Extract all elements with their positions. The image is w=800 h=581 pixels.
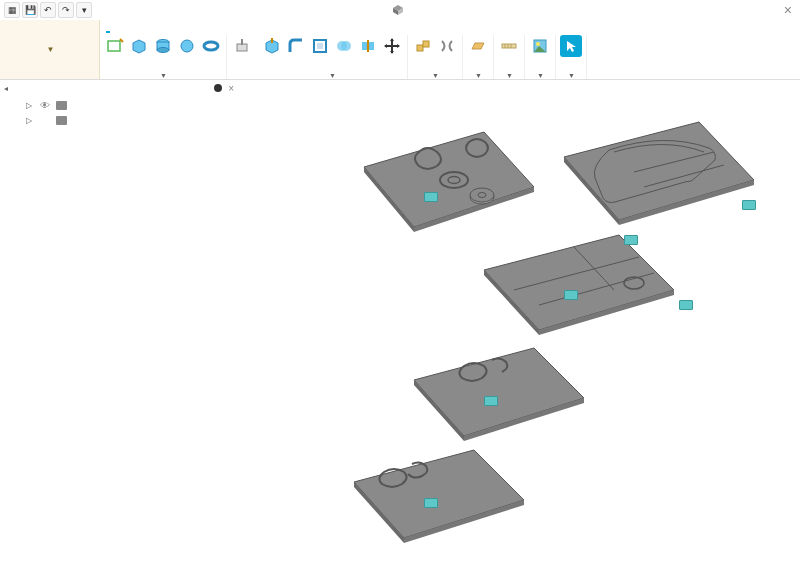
viewport[interactable] [234,80,800,581]
cylinder-primitive-icon[interactable] [152,35,174,57]
body-plate-4[interactable] [414,348,584,448]
presspull-icon[interactable] [261,35,283,57]
chevron-down-icon[interactable]: ▼ [160,72,167,79]
svg-marker-29 [472,43,484,49]
expand-icon[interactable]: ▷ [24,116,34,125]
expand-icon[interactable]: ▷ [24,101,34,110]
select-icon[interactable] [560,35,582,57]
measure-icon[interactable] [498,35,520,57]
combine-icon[interactable] [333,35,355,57]
chevron-down-icon[interactable]: ▼ [432,72,439,79]
chevron-down-icon: ▼ [47,45,55,54]
qat-btn-3[interactable]: ↶ [40,2,56,18]
badge-icon [484,396,498,406]
sketch-icon[interactable] [104,35,126,57]
svg-marker-38 [364,132,534,227]
badge-icon [679,300,693,310]
collapse-arrow-icon[interactable]: ◂ [4,84,8,93]
quick-access: ▦ 💾 ↶ ↷ ▾ [0,2,92,18]
insert-icon[interactable] [529,35,551,57]
svg-marker-24 [390,51,394,54]
chevron-down-icon[interactable]: ▼ [506,72,513,79]
torus-primitive-icon[interactable] [200,35,222,57]
svg-rect-30 [502,44,516,48]
group-aendern: ▼ [257,35,408,79]
qat-btn-5[interactable]: ▾ [76,2,92,18]
svg-marker-25 [384,44,387,48]
group-zusammen: ▼ [408,35,463,79]
group-spacer1 [227,35,257,79]
svg-rect-28 [423,41,429,47]
titlebar: ▦ 💾 ↶ ↷ ▾ × [0,0,800,20]
browser-tree: ▷ 👁 ▷ 👁 [4,98,234,128]
badge-icon [564,290,578,300]
body-plate-1[interactable] [364,132,534,242]
svg-rect-12 [241,39,243,45]
badge-icon [742,200,756,210]
svg-point-18 [341,41,351,51]
chevron-down-icon[interactable]: ▼ [475,72,482,79]
svg-marker-5 [133,40,145,53]
badge-icon [424,498,438,508]
group-konstr: ▼ [463,35,494,79]
ribbon-body: ▼ ▼ [100,20,800,79]
badge-icon [424,192,438,202]
body-plate-2[interactable] [564,122,754,237]
qat-btn-1[interactable]: ▦ [4,2,20,18]
svg-point-8 [157,48,169,53]
browser-header: ◂ × [4,80,234,96]
svg-rect-11 [237,44,247,51]
group-erstellen: ▼ [100,35,227,79]
svg-point-10 [204,42,218,50]
svg-point-35 [536,42,540,46]
ribbon-tabs [100,20,800,33]
body-plate-5[interactable] [354,450,524,550]
svg-rect-16 [317,43,323,49]
assemble-icon[interactable] [412,35,434,57]
fillet-icon[interactable] [285,35,307,57]
group-einfuegen: ▼ [525,35,556,79]
folder-icon [56,116,67,125]
window-title [392,4,408,16]
extrude-icon[interactable] [231,35,253,57]
component-icon [56,101,67,110]
svg-marker-58 [414,348,584,436]
ribbon: ▼ ▼ [0,20,800,80]
plane-icon[interactable] [467,35,489,57]
chevron-down-icon[interactable]: ▼ [329,72,336,79]
split-icon[interactable] [357,35,379,57]
joint-icon[interactable] [436,35,458,57]
svg-marker-51 [484,235,674,330]
tree-item-satelit[interactable]: ▷ 👁 [4,98,234,113]
move-icon[interactable] [381,35,403,57]
body-plate-3[interactable] [484,235,674,345]
svg-marker-37 [567,41,576,52]
workspace-picker[interactable]: ▼ [0,20,100,79]
svg-marker-23 [390,38,394,41]
tree-item-skizzen[interactable]: ▷ 👁 [4,113,234,128]
sphere-primitive-icon[interactable] [176,35,198,57]
group-auswaehlen: ▼ [556,35,587,79]
svg-point-9 [181,40,193,52]
browser-options-icon[interactable] [214,84,222,92]
badge-icon [624,235,638,245]
svg-point-44 [470,188,494,202]
qat-btn-4[interactable]: ↷ [58,2,74,18]
svg-marker-61 [354,450,524,538]
chevron-down-icon[interactable]: ▼ [568,72,575,79]
ribbon-groups: ▼ ▼ [100,33,800,79]
svg-rect-27 [417,45,423,51]
svg-rect-3 [108,41,120,51]
group-pruefen: ▼ [494,35,525,79]
chevron-down-icon[interactable]: ▼ [537,72,544,79]
svg-marker-26 [397,44,400,48]
shell-icon[interactable] [309,35,331,57]
box-primitive-icon[interactable] [128,35,150,57]
close-button[interactable]: × [784,2,792,18]
visibility-icon[interactable]: 👁 [38,100,52,111]
cube-icon [392,4,404,16]
qat-btn-2[interactable]: 💾 [22,2,38,18]
